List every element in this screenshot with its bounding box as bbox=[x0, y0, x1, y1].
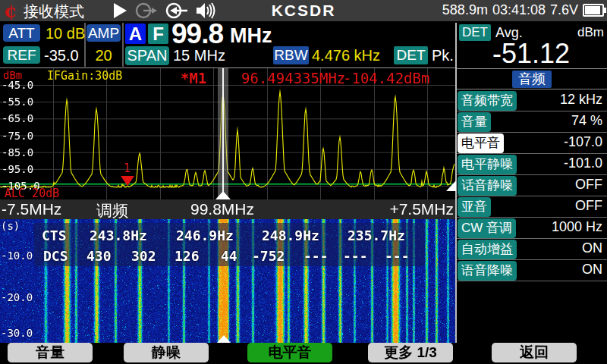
det-button[interactable]: DET bbox=[394, 46, 428, 64]
panel-row-label[interactable]: 话音静噪 bbox=[458, 176, 517, 196]
panel-row-1[interactable]: 音频带宽12 kHz bbox=[457, 89, 607, 111]
panel-row-value: ON bbox=[582, 240, 602, 256]
marker-id-label: *M1 bbox=[181, 70, 206, 86]
top-bar: ¢ 接收模式 KCSDR 588.9m 03:41:08 7.6V bbox=[0, 0, 607, 21]
ref-value: -35.0 bbox=[44, 47, 79, 64]
panel-row-5[interactable]: 话音静噪OFF bbox=[457, 174, 607, 196]
panel-row-8[interactable]: 自动增益ON bbox=[457, 238, 607, 260]
span-button[interactable]: SPAN bbox=[125, 46, 169, 65]
span-value: 15 MHz bbox=[173, 47, 225, 64]
panel-row-label[interactable]: 音量 bbox=[458, 112, 491, 132]
amp-button[interactable]: AMP bbox=[86, 24, 121, 42]
time-tick-label: -10.0 bbox=[1, 249, 33, 262]
marker-number: 1 bbox=[124, 162, 131, 175]
panel-row-value: 12 kHz bbox=[560, 92, 602, 108]
panel-row-label[interactable]: 亚音 bbox=[458, 197, 491, 217]
dcs-value: 126 bbox=[175, 248, 200, 264]
axis-center-label: 99.8MHz bbox=[169, 200, 275, 218]
panel-row-7[interactable]: CW 音调1000 Hz bbox=[457, 217, 607, 239]
panel-row-label[interactable]: 自动增益 bbox=[458, 240, 517, 259]
cts-value: 235.7Hz bbox=[348, 228, 405, 243]
divider bbox=[122, 23, 124, 67]
att-button[interactable]: ATT bbox=[3, 24, 40, 42]
marker-arrow-icon bbox=[121, 176, 134, 186]
frequency-value: 99.8 bbox=[171, 18, 223, 50]
det-value: Pk. bbox=[432, 47, 454, 64]
softkey-1[interactable]: 音量 bbox=[8, 343, 93, 362]
panel-row-value: 1000 Hz bbox=[552, 219, 602, 235]
vfo-f-button[interactable]: F bbox=[148, 24, 168, 44]
softkey-2[interactable]: 静噪 bbox=[124, 343, 209, 362]
att-value: 10 dB bbox=[46, 25, 85, 42]
meter-value: -51.12 bbox=[457, 38, 605, 70]
panel-header-wrap: 音频 bbox=[457, 71, 607, 88]
divider bbox=[457, 68, 607, 69]
marker-level-label: -104.42dBm bbox=[343, 70, 429, 86]
panel-row-value: OFF bbox=[575, 177, 602, 193]
softkey-3[interactable]: 电平音 bbox=[247, 343, 332, 362]
clock-value: 03:41:08 bbox=[492, 2, 546, 18]
y-tick-label: -55.0 bbox=[2, 96, 33, 108]
status-group: 588.9m 03:41:08 7.6V bbox=[442, 2, 604, 18]
time-tick-label: -20.0 bbox=[1, 291, 33, 303]
demod-mode-label: 调频 bbox=[96, 200, 128, 221]
amp-value: 20 bbox=[86, 47, 121, 64]
dcs-label: DCS bbox=[43, 248, 68, 264]
dcs-value: --- bbox=[385, 248, 410, 264]
y-tick-label: -45.0 bbox=[2, 79, 33, 91]
panel-row-label[interactable]: 电平静噪 bbox=[458, 155, 517, 174]
axis-left-label: -7.5MHz bbox=[2, 200, 61, 218]
dcs-value: --- bbox=[304, 248, 329, 264]
center-freq-indicator-icon bbox=[215, 191, 231, 199]
axis-right-label: +7.5MHz bbox=[389, 200, 454, 218]
dcs-value: 302 bbox=[131, 248, 156, 264]
ref-button[interactable]: REF bbox=[3, 46, 40, 64]
panel-row-2[interactable]: 音量74 % bbox=[457, 111, 607, 133]
cts-value: 246.9Hz bbox=[176, 228, 234, 243]
panel-row-9[interactable]: 语音降噪ON bbox=[457, 259, 607, 281]
panel-row-value: -101.0 bbox=[564, 155, 602, 171]
rbw-button[interactable]: RBW bbox=[273, 46, 309, 64]
ifgain-label: IFGain:30dB bbox=[47, 69, 122, 83]
battery-icon bbox=[583, 4, 604, 17]
dcs-value: --- bbox=[343, 248, 368, 264]
cts-label: CTS bbox=[42, 228, 67, 243]
voltage-value: 7.6V bbox=[550, 2, 578, 18]
panel-row-value: 74 % bbox=[571, 113, 602, 129]
frequency-axis: -7.5MHz 调频 99.8MHz +7.5MHz bbox=[0, 199, 455, 219]
y-tick-label: -75.0 bbox=[2, 130, 33, 142]
panel-row-value: OFF bbox=[575, 198, 602, 214]
panel-row-label[interactable]: 电平音 bbox=[458, 133, 504, 153]
panel-row-4[interactable]: 电平静噪-101.0 bbox=[457, 153, 607, 175]
tuning-line bbox=[222, 68, 224, 199]
dcs-value: 44 bbox=[221, 248, 237, 264]
frequency-unit: MHz bbox=[230, 24, 272, 48]
panel-row-value: ON bbox=[582, 262, 602, 278]
vfo-a-button[interactable]: A bbox=[125, 24, 146, 44]
dcs-value: 430 bbox=[86, 248, 112, 264]
softkey-4[interactable]: 更多 1/3 bbox=[368, 343, 453, 362]
cts-value: 243.8Hz bbox=[90, 228, 147, 243]
time-axis-unit: (s) bbox=[1, 220, 20, 232]
uptime-value: 588.9m bbox=[442, 2, 488, 18]
y-tick-label: -95.0 bbox=[2, 163, 33, 175]
marker-freq-label: 96.494335MHz bbox=[241, 70, 345, 86]
time-tick-label: -30.0 bbox=[1, 327, 33, 339]
softkey-5[interactable]: 返回 bbox=[492, 343, 577, 362]
y-tick-label: -85.0 bbox=[2, 146, 33, 158]
panel-row-6[interactable]: 亚音OFF bbox=[457, 196, 607, 218]
panel-row-label[interactable]: CW 音调 bbox=[458, 218, 516, 238]
alc-label: ALC 20dB bbox=[5, 187, 59, 200]
panel-row-3[interactable]: 电平音-107.0 bbox=[457, 132, 607, 154]
panel-header: 音频 bbox=[512, 71, 552, 88]
cts-value: 248.9Hz bbox=[262, 228, 319, 243]
waterfall-center-indicator-icon bbox=[217, 335, 231, 343]
panel-row-label[interactable]: 语音降噪 bbox=[458, 261, 517, 281]
y-tick-label: -65.0 bbox=[2, 112, 33, 124]
dcs-value: -752 bbox=[252, 248, 285, 264]
corner-indicator-icon bbox=[446, 180, 456, 191]
rbw-value: 4.476 kHz bbox=[312, 47, 380, 64]
panel-row-value: -107.0 bbox=[564, 134, 602, 150]
panel-row-label[interactable]: 音频带宽 bbox=[458, 91, 517, 111]
